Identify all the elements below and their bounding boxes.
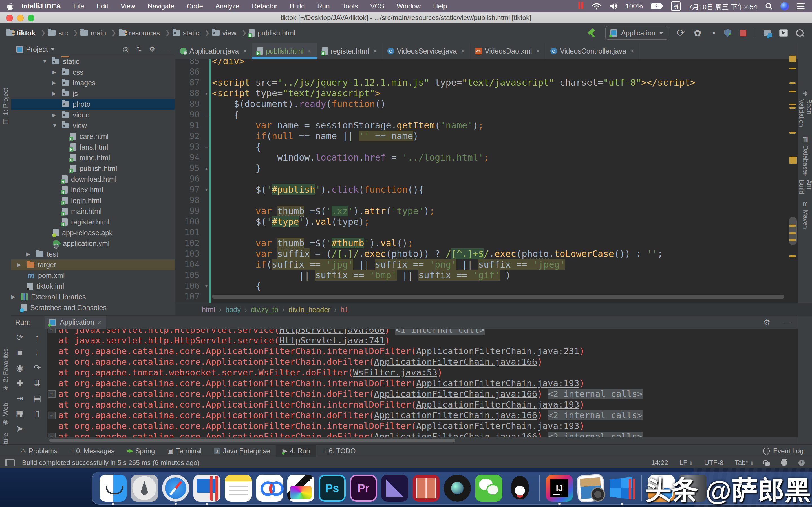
tree-item-css[interactable]: ▶css [11,67,175,77]
collapse-all-icon[interactable]: ⇅ [136,45,142,53]
code-line-100[interactable]: $('#type').val(type); [212,216,788,227]
tab-videosservice-java[interactable]: CVideosService.java× [382,43,470,59]
run-icon[interactable]: ⟳ [677,28,685,38]
stacktrace-link[interactable]: ApplicationFilterChain.java:166 [374,356,538,367]
tree-item-application-yml[interactable]: application.yml [11,238,175,249]
control-center-icon[interactable] [797,3,805,10]
tree-item-images[interactable]: ▶images [11,77,175,88]
code-line-93[interactable]: { [212,142,788,152]
breadcrumb-src[interactable]: src❯ [48,29,78,37]
up-stack-icon[interactable]: ↑ [35,333,40,342]
dock-icon-photoshop[interactable]: Ps [319,474,346,502]
dock-icon-intellij[interactable]: IJ [546,474,573,502]
dock-icon-safari[interactable] [162,474,189,502]
tree-expand-icon[interactable]: ▶ [11,294,21,300]
menu-build[interactable]: Build [290,2,305,10]
tree-item-video[interactable]: ▶video [11,110,175,120]
zoom-window-button[interactable] [28,15,35,21]
stripe-bean-validation[interactable]: ◈Bean Validation [798,90,812,137]
run-tab-application[interactable]: Application × [45,316,106,329]
tree-item-register-html[interactable]: register.html [11,217,175,227]
tree-expand-icon[interactable]: ▶ [17,262,27,268]
menu-refactor[interactable]: Refactor [252,2,277,10]
wifi-icon[interactable] [592,3,601,10]
stripe-maven[interactable]: mMaven [798,200,812,231]
coverage-icon[interactable] [724,29,731,37]
breadcrumb-tiktok[interactable]: tiktok❯ [6,29,46,37]
run-config-selector[interactable]: Application [605,26,668,40]
menu-navigate[interactable]: Navigate [148,2,174,10]
toolwindow-6-todo[interactable]: ≡6: TODO [316,445,362,457]
dump-threads-icon[interactable]: ◉ [16,363,23,372]
project-structure-icon[interactable] [763,30,771,36]
attach-icon[interactable]: ✚ [16,379,23,387]
stacktrace-link[interactable]: HttpServlet.java:660 [280,329,385,335]
input-method-icon[interactable]: 拼 [671,1,680,11]
menu-run[interactable]: Run [317,2,329,10]
tree-item-test[interactable]: ▶test [11,249,175,260]
dock-icon-launchpad[interactable] [131,474,158,502]
breadcrumb-main[interactable]: main❯ [80,29,116,37]
stripe-2-favorites[interactable]: 2: Favorites★ [0,348,11,396]
battery-icon[interactable] [651,3,663,10]
status-utf-8[interactable]: UTF-8 [704,459,723,467]
editor-breadcrumb-html[interactable]: html [202,305,215,314]
run-anything-icon[interactable] [779,29,788,37]
fold-marker-icon[interactable]: – [205,109,208,120]
tree-expand-icon[interactable]: ▶ [52,69,62,75]
locate-icon[interactable]: ◎ [123,45,129,53]
console-fold-icon[interactable]: + [48,433,56,438]
code-line-101[interactable] [212,227,788,238]
tab-videoscontroller-java[interactable]: CVideosController.java× [545,43,640,59]
stacktrace-link[interactable]: ApplicationFilterChain.java:166 [374,410,538,420]
code-line-88[interactable]: <script type="text/javascript"> [212,88,788,99]
close-icon[interactable]: × [461,47,465,55]
tool-window-switcher-icon[interactable] [5,459,15,466]
rerun-icon[interactable]: ⟳ [16,333,23,342]
hector-icon[interactable] [781,460,787,466]
code-line-103[interactable]: var suffix = (/[.]/.exec(photo)) ? /[^.]… [212,248,788,259]
build-icon[interactable] [587,28,597,38]
tree-item-static[interactable]: ▼static [11,56,175,67]
code-line-102[interactable]: var thumb =$('#thumb').val(); [212,238,788,248]
editor-breadcrumb-h1[interactable]: h1 [341,305,349,314]
tree-expand-icon[interactable]: ▼ [42,59,52,64]
dock-icon-photo-collage[interactable] [412,474,440,502]
exit-icon[interactable]: ⇥ [16,394,23,402]
unlock-icon[interactable] [765,462,770,466]
clear-icon[interactable]: ▯ [35,409,40,418]
toolwindow-problems[interactable]: ⚠Problems [14,445,63,457]
parallels-menu-icon[interactable] [578,2,584,11]
jump-icon[interactable]: ↷ [34,363,41,372]
code-line-91[interactable]: var name = sessionStorage.getItem("name"… [212,120,788,131]
status-lf[interactable]: LF ⇕ [679,459,693,467]
run-console[interactable]: at javax.servlet.http.HttpServlet.servic… [47,329,798,438]
menu-help[interactable]: Help [433,2,447,10]
editor-breadcrumb-div-ln-header[interactable]: div.ln_header [289,305,330,314]
code-line-86[interactable] [212,66,788,77]
code-line-95[interactable]: } [212,163,788,173]
battery-percent[interactable]: 100% [626,2,643,10]
code-line-90[interactable]: { [212,109,788,120]
code-editor[interactable]: </div><script src="../js/jquery-1.12.1.m… [212,59,788,303]
tree-item-app-release-apk[interactable]: app-release.apk [11,227,175,238]
toolwindow-java-enterprise[interactable]: JJava Enterprise [208,445,276,457]
minimize-panel-icon[interactable]: — [783,318,791,327]
tree-item-js[interactable]: ▶js [11,88,175,99]
print-icon[interactable]: ▤ [33,394,41,402]
code-line-94[interactable]: window.location.href = '../login.html'; [212,152,788,163]
code-line-89[interactable]: $(document).ready(function() [212,99,788,109]
stacktrace-link[interactable]: ApplicationFilterChain.java:231 [416,346,579,356]
code-line-87[interactable]: <script src="../js/jquery-1.12.1.min.js"… [212,77,788,88]
toolwindow-4-run[interactable]: ▶4: Run [276,445,316,457]
stop-icon[interactable]: ■ [17,348,22,357]
dock-icon-finder[interactable] [100,474,126,502]
code-line-96[interactable] [212,173,788,184]
down-stack-icon[interactable]: ↓ [35,348,40,357]
fold-marker-icon[interactable]: ▾ [205,88,208,99]
menu-file[interactable]: File [73,2,84,10]
toolwindow-terminal[interactable]: ▣Terminal [161,445,208,457]
tree-item-target[interactable]: ▶target [11,260,175,270]
menu-vcs[interactable]: VCS [370,2,384,10]
code-line-97[interactable]: $('#publish').click(function(){ [212,184,788,195]
